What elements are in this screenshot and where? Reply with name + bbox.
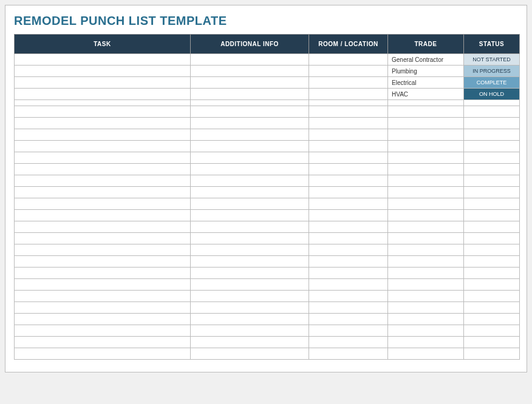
table-cell[interactable] bbox=[309, 89, 388, 100]
table-cell[interactable] bbox=[191, 129, 309, 141]
table-cell[interactable] bbox=[309, 129, 388, 141]
table-cell[interactable] bbox=[15, 175, 191, 187]
table-cell[interactable]: NOT STARTED bbox=[464, 54, 520, 66]
table-cell[interactable]: Plumbing bbox=[388, 66, 464, 77]
table-cell[interactable] bbox=[191, 54, 309, 66]
table-cell[interactable] bbox=[15, 233, 191, 244]
table-cell[interactable] bbox=[309, 256, 388, 268]
table-cell[interactable] bbox=[191, 141, 309, 152]
table-cell[interactable] bbox=[388, 268, 464, 279]
table-cell[interactable] bbox=[388, 210, 464, 221]
table-cell[interactable] bbox=[15, 54, 191, 66]
table-cell[interactable] bbox=[464, 152, 520, 164]
table-cell[interactable] bbox=[191, 244, 309, 256]
table-cell[interactable] bbox=[309, 164, 388, 175]
table-cell[interactable] bbox=[15, 244, 191, 256]
table-cell[interactable] bbox=[309, 141, 388, 152]
table-cell[interactable] bbox=[388, 129, 464, 141]
table-cell[interactable] bbox=[388, 141, 464, 152]
table-cell[interactable] bbox=[388, 221, 464, 233]
table-cell[interactable] bbox=[309, 118, 388, 129]
table-cell[interactable]: ON HOLD bbox=[464, 89, 520, 100]
table-cell[interactable] bbox=[15, 129, 191, 141]
table-cell[interactable] bbox=[15, 198, 191, 210]
table-cell[interactable] bbox=[388, 164, 464, 175]
table-cell[interactable] bbox=[191, 77, 309, 89]
table-cell[interactable] bbox=[15, 118, 191, 129]
table-cell[interactable] bbox=[191, 291, 309, 302]
table-cell[interactable] bbox=[191, 198, 309, 210]
table-cell[interactable] bbox=[309, 233, 388, 244]
table-cell[interactable] bbox=[309, 337, 388, 348]
table-cell[interactable] bbox=[191, 314, 309, 325]
table-cell[interactable] bbox=[309, 221, 388, 233]
table-cell[interactable] bbox=[388, 325, 464, 337]
table-cell[interactable] bbox=[15, 152, 191, 164]
table-cell[interactable] bbox=[464, 141, 520, 152]
table-cell[interactable] bbox=[191, 348, 309, 360]
table-cell[interactable] bbox=[464, 221, 520, 233]
table-cell[interactable] bbox=[309, 54, 388, 66]
table-cell[interactable] bbox=[15, 302, 191, 314]
table-cell[interactable] bbox=[15, 77, 191, 89]
table-cell[interactable] bbox=[191, 268, 309, 279]
table-cell[interactable] bbox=[309, 268, 388, 279]
table-cell[interactable] bbox=[15, 210, 191, 221]
table-cell[interactable] bbox=[464, 129, 520, 141]
table-cell[interactable] bbox=[191, 256, 309, 268]
table-cell[interactable] bbox=[15, 141, 191, 152]
table-cell[interactable] bbox=[309, 198, 388, 210]
table-cell[interactable] bbox=[388, 175, 464, 187]
table-cell[interactable] bbox=[388, 198, 464, 210]
table-cell[interactable] bbox=[191, 233, 309, 244]
table-cell[interactable] bbox=[15, 291, 191, 302]
table-cell[interactable] bbox=[464, 187, 520, 198]
table-cell[interactable] bbox=[191, 325, 309, 337]
table-cell[interactable] bbox=[309, 210, 388, 221]
table-cell[interactable] bbox=[309, 279, 388, 291]
table-cell[interactable] bbox=[464, 106, 520, 118]
table-cell[interactable] bbox=[15, 268, 191, 279]
table-cell[interactable] bbox=[191, 66, 309, 77]
table-cell[interactable] bbox=[464, 233, 520, 244]
table-cell[interactable] bbox=[191, 337, 309, 348]
table-cell[interactable] bbox=[309, 325, 388, 337]
table-cell[interactable] bbox=[15, 221, 191, 233]
table-cell[interactable] bbox=[388, 244, 464, 256]
table-cell[interactable] bbox=[191, 187, 309, 198]
table-cell[interactable] bbox=[388, 233, 464, 244]
table-cell[interactable] bbox=[15, 337, 191, 348]
table-cell[interactable] bbox=[464, 337, 520, 348]
table-cell[interactable] bbox=[15, 279, 191, 291]
table-cell[interactable] bbox=[15, 89, 191, 100]
table-cell[interactable] bbox=[309, 302, 388, 314]
table-cell[interactable]: General Contractor bbox=[388, 54, 464, 66]
table-cell[interactable]: IN PROGRESS bbox=[464, 66, 520, 77]
table-cell[interactable] bbox=[15, 256, 191, 268]
table-cell[interactable] bbox=[388, 187, 464, 198]
table-cell[interactable] bbox=[464, 325, 520, 337]
table-cell[interactable] bbox=[464, 198, 520, 210]
table-cell[interactable] bbox=[191, 106, 309, 118]
table-cell[interactable] bbox=[388, 348, 464, 360]
table-cell[interactable] bbox=[191, 221, 309, 233]
table-cell[interactable] bbox=[309, 314, 388, 325]
table-cell[interactable] bbox=[309, 152, 388, 164]
table-cell[interactable] bbox=[309, 77, 388, 89]
table-cell[interactable] bbox=[309, 348, 388, 360]
table-cell[interactable] bbox=[15, 314, 191, 325]
table-cell[interactable] bbox=[309, 244, 388, 256]
table-cell[interactable] bbox=[464, 244, 520, 256]
table-cell[interactable] bbox=[464, 314, 520, 325]
table-cell[interactable] bbox=[464, 118, 520, 129]
table-cell[interactable] bbox=[191, 175, 309, 187]
table-cell[interactable] bbox=[15, 164, 191, 175]
table-cell[interactable] bbox=[191, 210, 309, 221]
table-cell[interactable] bbox=[191, 152, 309, 164]
table-cell[interactable] bbox=[309, 187, 388, 198]
table-cell[interactable] bbox=[309, 291, 388, 302]
table-cell[interactable]: HVAC bbox=[388, 89, 464, 100]
table-cell[interactable] bbox=[191, 89, 309, 100]
table-cell[interactable] bbox=[15, 106, 191, 118]
table-cell[interactable]: Electrical bbox=[388, 77, 464, 89]
